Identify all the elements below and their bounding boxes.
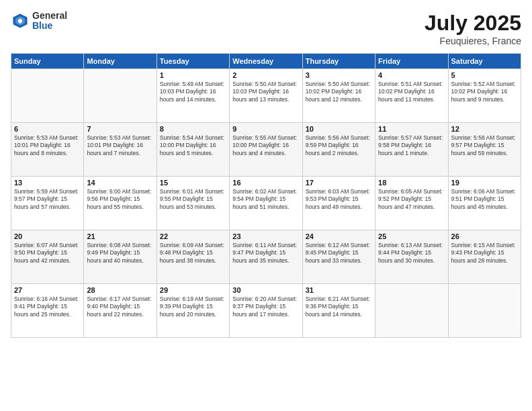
day-number: 25 (378, 232, 445, 240)
day-number: 26 (451, 232, 518, 240)
day-info: Sunrise: 6:17 AM Sunset: 9:40 PM Dayligh… (87, 295, 153, 318)
day-info: Sunrise: 6:08 AM Sunset: 9:49 PM Dayligh… (87, 242, 153, 265)
table-row: 5Sunrise: 5:52 AM Sunset: 10:02 PM Dayli… (448, 69, 521, 123)
day-number: 22 (160, 232, 226, 240)
day-info: Sunrise: 6:16 AM Sunset: 9:41 PM Dayligh… (14, 295, 81, 318)
day-info: Sunrise: 6:13 AM Sunset: 9:44 PM Dayligh… (378, 242, 445, 265)
day-info: Sunrise: 5:57 AM Sunset: 9:58 PM Dayligh… (378, 134, 445, 157)
day-number: 4 (378, 71, 445, 79)
table-row: 25Sunrise: 6:13 AM Sunset: 9:44 PM Dayli… (375, 230, 448, 284)
day-number: 14 (87, 179, 153, 187)
table-row: 11Sunrise: 5:57 AM Sunset: 9:58 PM Dayli… (375, 123, 448, 177)
day-number: 13 (14, 179, 81, 187)
page: General Blue July 2025 Feuquieres, Franc… (0, 0, 532, 411)
title-block: July 2025 Feuquieres, France (425, 11, 521, 46)
col-wednesday: Wednesday (230, 54, 302, 69)
day-info: Sunrise: 6:03 AM Sunset: 9:53 PM Dayligh… (306, 188, 372, 211)
logo-text: General Blue (32, 11, 67, 32)
day-number: 7 (87, 125, 153, 133)
logo-general-text: General (32, 11, 67, 21)
day-info: Sunrise: 5:53 AM Sunset: 10:01 PM Daylig… (14, 134, 81, 157)
day-number: 5 (451, 71, 518, 79)
table-row: 29Sunrise: 6:19 AM Sunset: 9:39 PM Dayli… (157, 284, 229, 338)
day-number: 23 (232, 232, 299, 240)
day-number: 24 (306, 232, 372, 240)
table-row: 12Sunrise: 5:58 AM Sunset: 9:57 PM Dayli… (448, 123, 521, 177)
logo-icon (11, 11, 30, 30)
table-row: 30Sunrise: 6:20 AM Sunset: 9:37 PM Dayli… (230, 284, 302, 338)
header: General Blue July 2025 Feuquieres, Franc… (11, 11, 521, 46)
table-row (84, 69, 157, 123)
day-number: 15 (160, 179, 226, 187)
day-number: 31 (306, 286, 372, 294)
day-info: Sunrise: 5:55 AM Sunset: 10:00 PM Daylig… (232, 134, 299, 157)
day-info: Sunrise: 6:06 AM Sunset: 9:51 PM Dayligh… (451, 188, 518, 211)
table-row: 15Sunrise: 6:01 AM Sunset: 9:55 PM Dayli… (157, 177, 229, 230)
title-location: Feuquieres, France (425, 36, 521, 46)
day-number: 10 (306, 125, 372, 133)
table-row: 17Sunrise: 6:03 AM Sunset: 9:53 PM Dayli… (302, 177, 375, 230)
logo-blue-text: Blue (32, 21, 67, 31)
day-info: Sunrise: 5:58 AM Sunset: 9:57 PM Dayligh… (451, 134, 518, 157)
logo: General Blue (11, 11, 67, 32)
col-sunday: Sunday (11, 54, 84, 69)
day-info: Sunrise: 5:50 AM Sunset: 10:03 PM Daylig… (232, 81, 299, 103)
table-row: 1Sunrise: 5:49 AM Sunset: 10:03 PM Dayli… (157, 69, 229, 123)
day-info: Sunrise: 5:54 AM Sunset: 10:00 PM Daylig… (160, 134, 226, 157)
day-info: Sunrise: 6:07 AM Sunset: 9:50 PM Dayligh… (14, 242, 81, 265)
day-info: Sunrise: 5:56 AM Sunset: 9:59 PM Dayligh… (306, 134, 372, 157)
table-row: 2Sunrise: 5:50 AM Sunset: 10:03 PM Dayli… (230, 69, 302, 123)
day-number: 1 (160, 71, 226, 79)
day-number: 27 (14, 286, 81, 294)
table-row: 4Sunrise: 5:51 AM Sunset: 10:02 PM Dayli… (375, 69, 448, 123)
table-row: 3Sunrise: 5:50 AM Sunset: 10:02 PM Dayli… (302, 69, 375, 123)
day-info: Sunrise: 6:01 AM Sunset: 9:55 PM Dayligh… (160, 188, 226, 211)
col-saturday: Saturday (448, 54, 521, 69)
table-row: 23Sunrise: 6:11 AM Sunset: 9:47 PM Dayli… (230, 230, 302, 284)
table-row: 21Sunrise: 6:08 AM Sunset: 9:49 PM Dayli… (84, 230, 157, 284)
day-info: Sunrise: 6:05 AM Sunset: 9:52 PM Dayligh… (378, 188, 445, 211)
calendar-week-row: 20Sunrise: 6:07 AM Sunset: 9:50 PM Dayli… (11, 230, 521, 284)
col-tuesday: Tuesday (157, 54, 229, 69)
table-row (11, 69, 84, 123)
table-row: 13Sunrise: 5:59 AM Sunset: 9:57 PM Dayli… (11, 177, 84, 230)
table-row: 26Sunrise: 6:15 AM Sunset: 9:43 PM Dayli… (448, 230, 521, 284)
table-row: 18Sunrise: 6:05 AM Sunset: 9:52 PM Dayli… (375, 177, 448, 230)
calendar-header-row: Sunday Monday Tuesday Wednesday Thursday… (11, 54, 521, 69)
table-row: 7Sunrise: 5:53 AM Sunset: 10:01 PM Dayli… (84, 123, 157, 177)
day-number: 9 (232, 125, 299, 133)
calendar-table: Sunday Monday Tuesday Wednesday Thursday… (11, 53, 521, 338)
table-row: 22Sunrise: 6:09 AM Sunset: 9:48 PM Dayli… (157, 230, 229, 284)
day-info: Sunrise: 6:12 AM Sunset: 9:45 PM Dayligh… (306, 242, 372, 265)
table-row: 16Sunrise: 6:02 AM Sunset: 9:54 PM Dayli… (230, 177, 302, 230)
day-number: 28 (87, 286, 153, 294)
day-info: Sunrise: 5:49 AM Sunset: 10:03 PM Daylig… (160, 81, 226, 103)
table-row: 8Sunrise: 5:54 AM Sunset: 10:00 PM Dayli… (157, 123, 229, 177)
calendar-week-row: 13Sunrise: 5:59 AM Sunset: 9:57 PM Dayli… (11, 177, 521, 230)
day-info: Sunrise: 5:59 AM Sunset: 9:57 PM Dayligh… (14, 188, 81, 211)
table-row: 27Sunrise: 6:16 AM Sunset: 9:41 PM Dayli… (11, 284, 84, 338)
table-row (375, 284, 448, 338)
day-number: 8 (160, 125, 226, 133)
day-info: Sunrise: 6:21 AM Sunset: 9:36 PM Dayligh… (306, 295, 372, 318)
day-info: Sunrise: 6:20 AM Sunset: 9:37 PM Dayligh… (232, 295, 299, 318)
table-row: 19Sunrise: 6:06 AM Sunset: 9:51 PM Dayli… (448, 177, 521, 230)
day-number: 20 (14, 232, 81, 240)
day-info: Sunrise: 6:19 AM Sunset: 9:39 PM Dayligh… (160, 295, 226, 318)
day-info: Sunrise: 5:50 AM Sunset: 10:02 PM Daylig… (306, 81, 372, 103)
table-row: 28Sunrise: 6:17 AM Sunset: 9:40 PM Dayli… (84, 284, 157, 338)
table-row: 20Sunrise: 6:07 AM Sunset: 9:50 PM Dayli… (11, 230, 84, 284)
table-row: 9Sunrise: 5:55 AM Sunset: 10:00 PM Dayli… (230, 123, 302, 177)
table-row: 24Sunrise: 6:12 AM Sunset: 9:45 PM Dayli… (302, 230, 375, 284)
day-info: Sunrise: 6:11 AM Sunset: 9:47 PM Dayligh… (232, 242, 299, 265)
day-number: 3 (306, 71, 372, 79)
table-row (448, 284, 521, 338)
day-number: 11 (378, 125, 445, 133)
day-info: Sunrise: 6:02 AM Sunset: 9:54 PM Dayligh… (232, 188, 299, 211)
day-info: Sunrise: 5:51 AM Sunset: 10:02 PM Daylig… (378, 81, 445, 103)
day-info: Sunrise: 5:53 AM Sunset: 10:01 PM Daylig… (87, 134, 153, 157)
table-row: 31Sunrise: 6:21 AM Sunset: 9:36 PM Dayli… (302, 284, 375, 338)
day-number: 29 (160, 286, 226, 294)
day-number: 12 (451, 125, 518, 133)
day-number: 19 (451, 179, 518, 187)
